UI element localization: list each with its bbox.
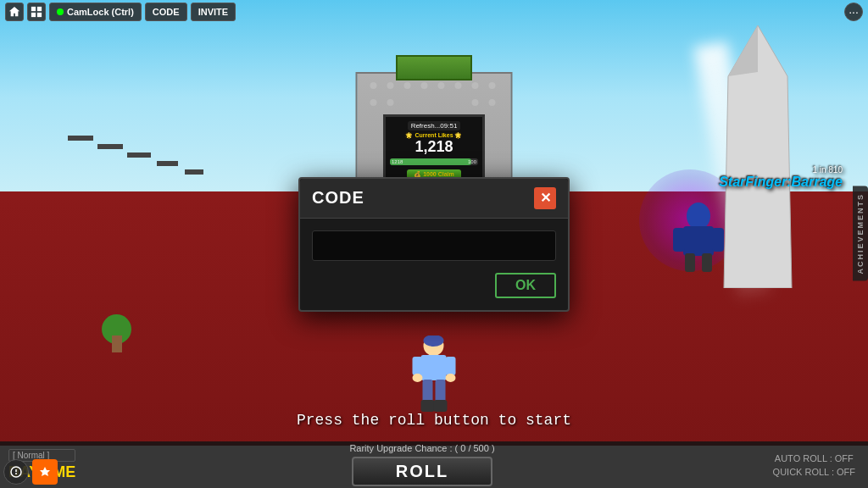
- modal-header: CODE ✕: [300, 179, 568, 219]
- code-modal: CODE ✕ OK: [298, 177, 570, 312]
- code-input-field[interactable]: [312, 230, 556, 261]
- modal-title: CODE: [312, 188, 364, 208]
- ok-button[interactable]: OK: [495, 273, 556, 298]
- modal-close-button[interactable]: ✕: [534, 187, 556, 209]
- modal-overlay: CODE ✕ OK: [0, 0, 868, 488]
- modal-body: [300, 219, 568, 273]
- modal-footer: OK: [300, 273, 568, 310]
